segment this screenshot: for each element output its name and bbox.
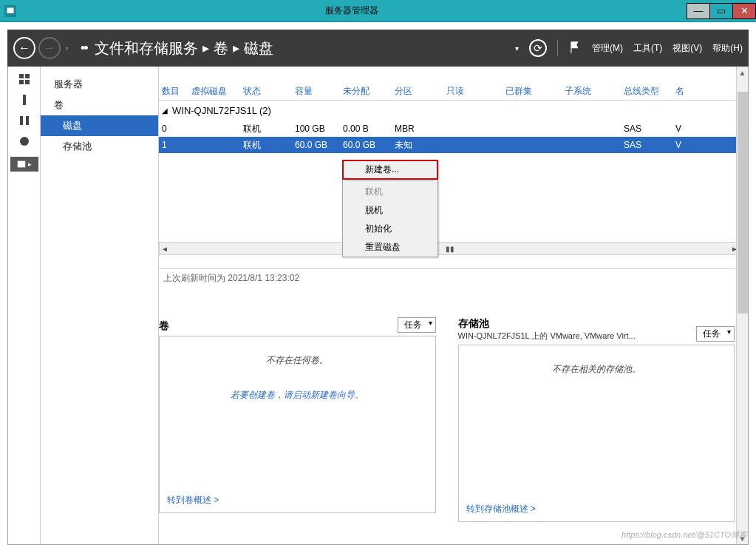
svg-rect-7	[26, 116, 29, 125]
menu-view[interactable]: 视图(V)	[672, 42, 702, 55]
titlebar: 服务器管理器 — ▭ ✕	[0, 0, 756, 22]
sidebar: 服务器 卷 磁盘 存储池	[41, 67, 159, 544]
volumes-hint[interactable]: 若要创建卷，请启动新建卷向导。	[167, 389, 428, 402]
cell-bus: SAS	[621, 140, 672, 150]
cell-cap: 60.0 GB	[292, 140, 340, 150]
th-capacity[interactable]: 容量	[292, 85, 340, 98]
pools-empty-msg: 不存在相关的存储池。	[466, 363, 727, 376]
cell-part: 未知	[392, 139, 443, 152]
volumes-body: 不存在任何卷。 若要创建卷，请启动新建卷向导。 转到卷概述 >	[159, 336, 436, 513]
scroll-left-icon[interactable]: ◄	[161, 245, 168, 253]
breadcrumb-part-1[interactable]: 文件和存储服务	[95, 38, 198, 58]
pools-tasks-button[interactable]: 任务	[696, 326, 735, 342]
table-row[interactable]: 0 联机 100 GB 0.00 B MBR SAS V	[159, 121, 740, 137]
th-unallocated[interactable]: 未分配	[340, 85, 392, 98]
th-virtual-disk[interactable]: 虚拟磁盘	[188, 85, 240, 98]
th-status[interactable]: 状态	[240, 85, 292, 98]
rail-storage-icon[interactable]: ▸	[10, 157, 38, 172]
menu-item-offline[interactable]: 脱机	[343, 201, 437, 220]
menu-tools[interactable]: 工具(T)	[633, 42, 662, 55]
cell-cap: 100 GB	[292, 123, 340, 134]
last-refresh-label: 上次刷新时间为 2021/8/1 13:23:02	[159, 269, 740, 288]
collapse-icon[interactable]: ◢	[162, 106, 168, 115]
th-number[interactable]: 数目	[159, 85, 188, 98]
svg-rect-2	[25, 74, 30, 78]
menu-manage[interactable]: 管理(M)	[592, 42, 623, 55]
pools-body: 不存在相关的存储池。 转到存储池概述 >	[458, 345, 735, 522]
body: ▸ 服务器 卷 磁盘 存储池 数目 虚拟磁盘 状态 容量 未分配 分区 只读 已…	[7, 67, 749, 545]
th-name[interactable]: 名	[672, 85, 687, 98]
watermark: https://blog.csdn.net/@51CTO博客	[622, 529, 747, 541]
cell-status: 联机	[240, 123, 292, 135]
rail-disk-icon[interactable]	[18, 136, 31, 146]
bottom-panels: 卷 任务 不存在任何卷。 若要创建卷，请启动新建卷向导。 转到卷概述 > 存储池	[159, 317, 740, 522]
breadcrumb-sep: ▸	[233, 40, 239, 56]
menu-item-new-volume[interactable]: 新建卷...	[343, 160, 437, 179]
sidebar-item-servers[interactable]: 服务器	[41, 74, 158, 95]
svg-rect-1	[19, 74, 24, 78]
sidebar-item-disks[interactable]: 磁盘	[41, 115, 158, 136]
main-toolbar: ← → ▾ •• 文件和存储服务 ▸ 卷 ▸ 磁盘 ▾ ⟳ 管理(M) 工具(T…	[7, 30, 749, 67]
rail-servers-icon[interactable]	[18, 115, 31, 126]
menu-item-online[interactable]: 联机	[343, 183, 437, 201]
pools-overview-link[interactable]: 转到存储池概述 >	[466, 503, 536, 515]
disk-table-body: ◢ WIN-QJNL72FJS1L (2) 0 联机 100 GB 0.00 B…	[159, 101, 740, 269]
menu-item-initialize[interactable]: 初始化	[343, 220, 437, 238]
window-title: 服务器管理器	[16, 4, 687, 17]
scroll-up-icon[interactable]: ▲	[737, 67, 748, 78]
cell-unalloc: 0.00 B	[340, 123, 392, 134]
breadcrumb-leading: ••	[81, 41, 87, 56]
cell-unalloc: 60.0 GB	[340, 140, 392, 150]
toolbar-divider	[557, 40, 558, 56]
menu-help[interactable]: 帮助(H)	[712, 42, 743, 55]
menu-item-reset-disk[interactable]: 重置磁盘	[343, 238, 437, 257]
th-subsystem[interactable]: 子系统	[562, 85, 621, 98]
icon-rail: ▸	[8, 67, 41, 544]
svg-rect-9	[18, 161, 26, 168]
cell-num: 1	[159, 140, 188, 150]
table-row[interactable]: 1 联机 60.0 GB 60.0 GB 未知 SAS V	[159, 137, 740, 153]
th-partition[interactable]: 分区	[392, 85, 443, 98]
nav-dropdown-icon[interactable]: ▾	[65, 44, 69, 53]
breadcrumb-sep: ▸	[202, 40, 209, 56]
nav-forward-button[interactable]: →	[38, 37, 61, 59]
nav-back-button[interactable]: ←	[13, 37, 35, 59]
context-menu: 新建卷... 联机 脱机 初始化 重置磁盘	[342, 160, 438, 257]
breadcrumb-part-2[interactable]: 卷	[214, 38, 228, 58]
minimize-button[interactable]: —	[687, 3, 710, 19]
cell-status: 联机	[240, 139, 292, 152]
volumes-tasks-button[interactable]: 任务	[398, 317, 436, 333]
cell-bus: SAS	[621, 123, 672, 134]
group-label: WIN-QJNL72FJS1L (2)	[172, 105, 271, 116]
sidebar-item-volumes[interactable]: 卷	[41, 95, 158, 115]
rail-server-icon[interactable]	[18, 95, 31, 105]
vertical-scrollbar[interactable]: ▲ ▼	[736, 67, 748, 544]
flag-icon[interactable]	[568, 41, 582, 56]
app-icon	[4, 5, 16, 17]
close-button[interactable]: ✕	[732, 3, 756, 19]
titlebar-left	[0, 5, 16, 17]
svg-rect-4	[25, 80, 30, 84]
th-clustered[interactable]: 已群集	[503, 85, 562, 98]
svg-rect-6	[20, 116, 23, 125]
horizontal-scrollbar[interactable]: ◄ ▮▮ ►	[159, 242, 740, 255]
svg-point-8	[20, 137, 29, 146]
rail-dashboard-icon[interactable]	[18, 74, 31, 84]
svg-rect-5	[23, 95, 26, 105]
breadcrumb-part-3[interactable]: 磁盘	[244, 38, 273, 58]
volumes-overview-link[interactable]: 转到卷概述 >	[167, 494, 219, 507]
th-bus-type[interactable]: 总线类型	[621, 85, 672, 98]
table-group-row[interactable]: ◢ WIN-QJNL72FJS1L (2)	[159, 101, 740, 121]
svg-rect-0	[7, 7, 14, 13]
window-controls: — ▭ ✕	[687, 3, 756, 19]
maximize-button[interactable]: ▭	[709, 3, 733, 19]
th-readonly[interactable]: 只读	[443, 85, 503, 98]
refresh-button[interactable]: ⟳	[529, 39, 547, 57]
volumes-empty-msg: 不存在任何卷。	[167, 354, 428, 367]
cell-num: 0	[159, 123, 188, 134]
main-content: 数目 虚拟磁盘 状态 容量 未分配 分区 只读 已群集 子系统 总线类型 名 ◢…	[159, 67, 748, 544]
sidebar-item-pools[interactable]: 存储池	[41, 136, 158, 157]
scroll-thumb[interactable]	[738, 92, 748, 314]
toolbar-right: ▾ ⟳ 管理(M) 工具(T) 视图(V) 帮助(H)	[515, 39, 743, 57]
toolbar-dropdown-icon[interactable]: ▾	[515, 44, 519, 53]
